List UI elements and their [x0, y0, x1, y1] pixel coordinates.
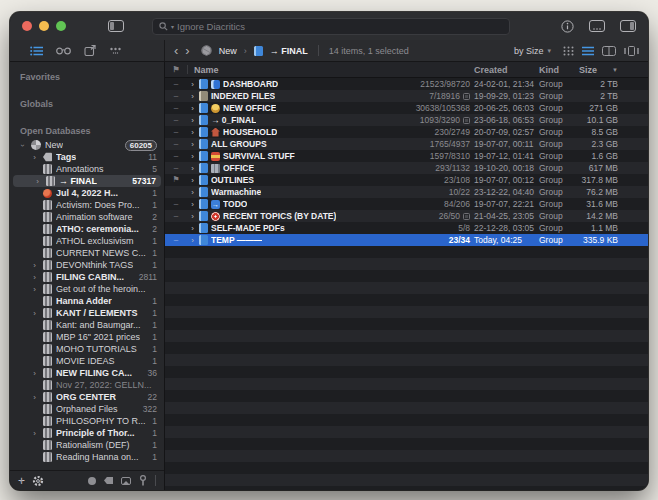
disclosure-triangle-icon[interactable]: ›	[189, 200, 196, 209]
disclosure-triangle-icon[interactable]: ›	[30, 429, 39, 438]
disclosure-triangle-icon[interactable]: ›	[30, 369, 39, 378]
more-options-icon[interactable]	[109, 46, 122, 55]
list-row-0-final[interactable]: –›→ 0_FINAL1093/329023-06-18, 06:53Group…	[165, 114, 648, 126]
search-scope-chevron-icon[interactable]: ▾	[171, 23, 174, 30]
sidebar-item-philosophy-to-r[interactable]: PHILOSOPHY TO R...1	[10, 415, 164, 427]
forward-button[interactable]: ›	[185, 44, 189, 57]
sidebar-section-open-databases[interactable]: Open Databases	[10, 124, 164, 139]
list-row-outlines[interactable]: ⚑›OUTLINES23/10819-07-07, 00:12Group317.…	[165, 174, 648, 186]
disclosure-triangle-icon[interactable]: ›	[189, 80, 196, 89]
list-row-household[interactable]: –›HOUSEHOLD230/274920-07-09, 02:57Group8…	[165, 126, 648, 138]
disclosure-triangle-icon[interactable]: ›	[189, 152, 196, 161]
sidebar-item-nov-27-2022-gelln[interactable]: Nov 27, 2022: GELLN...	[10, 379, 164, 391]
tag-filter-icon[interactable]	[104, 477, 113, 485]
sidebar-item-rationalism-def[interactable]: Rationalism (DEF)1	[10, 439, 164, 451]
list-row-self-made-pdfs[interactable]: ›SELF-MADE PDFs5/822-12-28, 03:05Group1.…	[165, 222, 648, 234]
size-column-header[interactable]: Size▼	[574, 65, 618, 75]
columns-view-icon[interactable]	[602, 46, 616, 56]
sidebar-item-filing-cabin[interactable]: ›FILING CABIN...2811	[10, 271, 164, 283]
created-column-header[interactable]: Created	[470, 65, 536, 75]
search-input[interactable]: ▾ Ignore Diacritics	[152, 18, 510, 35]
bottom-bar-toggle-icon[interactable]	[589, 20, 605, 32]
sidebar-item-moho-tutorials[interactable]: MOHO TUTORIALS1	[10, 343, 164, 355]
disclosure-triangle-icon[interactable]: ›	[30, 273, 39, 282]
close-button[interactable]	[22, 21, 32, 31]
sidebar-list-view-icon[interactable]	[30, 46, 43, 56]
sidebar-section-globals[interactable]: Globals	[10, 97, 164, 112]
list-row-new-office[interactable]: –›NEW OFFICE30638/10536820-06-25, 06:03G…	[165, 102, 648, 114]
sidebar-item-athol-exclusivism[interactable]: ATHOL exclusivism1	[10, 235, 164, 247]
sidebar-item-devonthink-tags[interactable]: ›DEVONthink TAGS1	[10, 259, 164, 271]
image-filter-icon[interactable]	[121, 477, 131, 485]
disclosure-triangle-icon[interactable]: ›	[189, 92, 196, 101]
list-row-warmachine[interactable]: ›Warmachine10/2223-12-22, 04:40Group76.2…	[165, 186, 648, 198]
flag-column-header[interactable]: ⚑	[165, 66, 187, 74]
globe-filter-icon[interactable]	[88, 477, 96, 485]
sidebar-item-animation-software[interactable]: Animation software2	[10, 211, 164, 223]
sort-menu[interactable]: by Size ▾	[514, 46, 551, 56]
sidebar-item-new-filing-ca[interactable]: ›NEW FILING CA...36	[10, 367, 164, 379]
gallery-view-icon[interactable]	[624, 46, 639, 56]
sidebar-item-get-out-of-the-heroin[interactable]: ›Get out of the heroin...	[10, 283, 164, 295]
sidebar-item-reading-hanna-on[interactable]: Reading Hanna on...1	[10, 451, 164, 463]
disclosure-triangle-icon[interactable]: ›	[189, 116, 196, 125]
disclosure-triangle-icon[interactable]: ›	[33, 177, 42, 186]
add-button[interactable]: +▾	[18, 475, 23, 487]
sidebar-item-orphaned-files[interactable]: Orphaned Files322	[10, 403, 164, 415]
disclosure-triangle-icon[interactable]: ›	[30, 261, 39, 270]
breadcrumb-group[interactable]: → FINAL	[270, 46, 308, 56]
sidebar-item-final[interactable]: ›→ FINAL57317	[13, 175, 161, 187]
sidebar-item-org-center[interactable]: ›ORG CENTER22	[10, 391, 164, 403]
sidebar-item-current-news-c[interactable]: CURRENT NEWS C...1	[10, 247, 164, 259]
sidebar-item-movie-ideas[interactable]: MOVIE IDEAS1	[10, 355, 164, 367]
list-row-all-groups[interactable]: –›ALL GROUPS1765/493719-07-07, 00:11Grou…	[165, 138, 648, 150]
sidebar-item-principle-of-thor[interactable]: ›Principle of Thor...1	[10, 427, 164, 439]
disclosure-triangle-icon[interactable]: ›	[189, 164, 196, 173]
sidebar-section-favorites[interactable]: Favorites	[10, 70, 164, 85]
disclosure-triangle-icon[interactable]: ›	[189, 188, 196, 197]
sidebar-item-kant-and-baumgar[interactable]: Kant: and Baumgar...1	[10, 319, 164, 331]
disclosure-triangle-icon[interactable]: ›	[30, 285, 39, 294]
disclosure-triangle-icon[interactable]: ›	[30, 309, 39, 318]
list-row-todo[interactable]: –›→TODO84/20619-07-07, 22:21Group31.6 MB	[165, 198, 648, 210]
sidebar-item-atho-ceremonia[interactable]: ATHO: ceremonia...2	[10, 223, 164, 235]
breadcrumb-database[interactable]: New	[219, 46, 237, 56]
sidebar-item-new[interactable]: ›New60205	[10, 139, 164, 151]
clip-to-devonthink-icon[interactable]	[84, 45, 96, 56]
kind-column-header[interactable]: Kind	[536, 65, 574, 75]
icon-view-icon[interactable]	[563, 46, 574, 56]
disclosure-triangle-icon[interactable]: ›	[189, 176, 196, 185]
name-column-header[interactable]: Name	[188, 65, 368, 75]
reading-list-glasses-icon[interactable]	[56, 46, 71, 55]
disclosure-triangle-icon[interactable]: ›	[30, 393, 39, 402]
sidebar-item-mbp-16-2021-prices[interactable]: MBP 16" 2021 prices1	[10, 331, 164, 343]
disclosure-triangle-icon[interactable]: ›	[18, 141, 27, 150]
info-icon[interactable]	[561, 20, 574, 33]
disclosure-triangle-icon[interactable]: ›	[189, 236, 196, 245]
sidebar-item-kant-elements[interactable]: ›KANT / ELEMENTS1	[10, 307, 164, 319]
list-row-temp[interactable]: –›TEMP ———23/34Today, 04:25Group335.9 KB	[165, 234, 648, 246]
list-row-dashboard[interactable]: –›DASHBOARD21523/9872024-02-01, 21:34Gro…	[165, 78, 648, 90]
zoom-button[interactable]	[56, 21, 66, 31]
list-view-icon[interactable]	[582, 46, 594, 56]
sidebar-item-jul-4-2022-h[interactable]: Jul 4, 2022 H...1	[10, 187, 164, 199]
disclosure-triangle-icon[interactable]: ›	[189, 212, 196, 221]
disclosure-triangle-icon[interactable]: ›	[189, 140, 196, 149]
disclosure-triangle-icon[interactable]: ›	[189, 128, 196, 137]
minimize-button[interactable]	[39, 21, 49, 31]
sidebar-toggle-icon[interactable]	[108, 20, 124, 32]
flashlight-filter-icon[interactable]	[139, 475, 147, 486]
sidebar-item-hanna-adder[interactable]: Hanna Adder1	[10, 295, 164, 307]
sidebar-item-activism-does-pro[interactable]: Activism: Does Pro...1	[10, 199, 164, 211]
list-row-indexed-files[interactable]: –›INDEXED FILES7/1891619-09-29, 01:23Gro…	[165, 90, 648, 102]
inspector-toggle-icon[interactable]	[620, 20, 636, 32]
sidebar-item-tags[interactable]: ›Tags11	[10, 151, 164, 163]
list-row-office[interactable]: –›OFFICE293/113219-10-20, 00:18Group617 …	[165, 162, 648, 174]
back-button[interactable]: ‹	[174, 44, 178, 57]
disclosure-triangle-icon[interactable]: ›	[189, 224, 196, 233]
list-row-survival-stuff[interactable]: –›SURVIVAL STUFF1597/831019-07-12, 01:41…	[165, 150, 648, 162]
disclosure-triangle-icon[interactable]: ›	[30, 153, 39, 162]
gear-icon[interactable]: ▾	[32, 475, 42, 487]
list-row-recent-topics-by-date[interactable]: –›RECENT TOPICS (BY DATE)26/5021-04-25, …	[165, 210, 648, 222]
disclosure-triangle-icon[interactable]: ›	[189, 104, 196, 113]
